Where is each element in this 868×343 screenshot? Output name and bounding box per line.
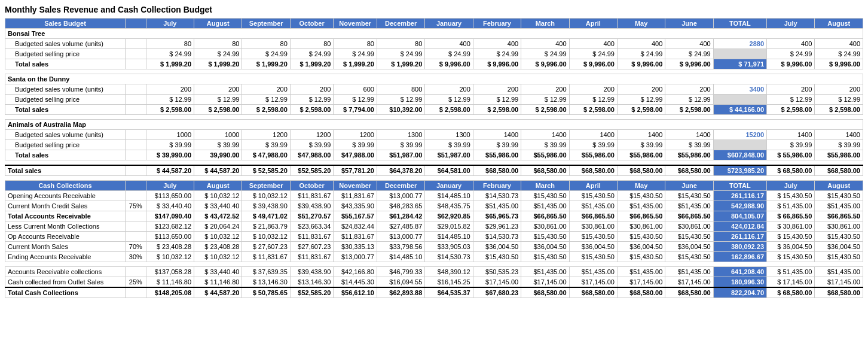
bonsai-price-dec: $ 24.99	[377, 49, 424, 59]
bonsai-ts-jun: $ 9,996.00	[665, 59, 713, 69]
section-bonsai: Bonsai Tree	[5, 29, 863, 39]
bonsai-vol-jul: 80	[146, 39, 194, 49]
cc-total-cash-row: Total Cash Collections $148,205.08 $ 44,…	[5, 287, 863, 298]
grand-total-sales-row: Total sales $ 44,587.20 $ 44,587.20 $ 52…	[5, 165, 863, 176]
animals-price-row: Budgeted selling price $ 39.99 $ 39.99 $…	[5, 140, 863, 150]
month-jul2-header: July	[767, 19, 815, 29]
bonsai-ts-jul: $ 1,999.20	[146, 59, 194, 69]
bonsai-ts-total: $ 71,971	[713, 59, 766, 69]
bonsai-ts-apr: $ 9,996.00	[569, 59, 617, 69]
month-dec-header: December	[377, 19, 424, 29]
cash-label: Cash Collections	[5, 180, 126, 190]
bonsai-ts-mar: $ 9,996.00	[521, 59, 569, 69]
santa-price-row: Budgeted selling price $ 12.99 $ 12.99 $…	[5, 95, 863, 105]
bonsai-price-label: Budgeted selling price	[5, 49, 126, 59]
bonsai-ts-oct: $ 1,999.20	[290, 59, 334, 69]
bonsai-ts-aug: $ 1,999.20	[194, 59, 242, 69]
bonsai-ts-jul2: $ 9,996.00	[767, 59, 815, 69]
sales-budget-label: Sales Budget	[5, 19, 126, 29]
bonsai-volume-row: Budgeted sales volume (units) 80 80 80 8…	[5, 39, 863, 49]
month-feb-header: February	[473, 19, 521, 29]
cc-credit-row: Current Month Credit Sales 75% $ 33,440.…	[5, 201, 863, 211]
animals-title: Animals of Australia Map	[5, 120, 863, 130]
bonsai-ts-jan: $ 9,996.00	[425, 59, 473, 69]
month-apr-header: April	[569, 19, 617, 29]
spacer-5	[5, 262, 863, 266]
cc-ending-ar-row: Ending Accounts Receivable 30% $ 10,032.…	[5, 251, 863, 262]
spacer-1	[5, 69, 863, 74]
bonsai-title: Bonsai Tree	[5, 29, 863, 39]
bonsai-ts-nov: $ 1,999.20	[334, 59, 377, 69]
bonsai-vol-total: 2880	[713, 39, 766, 49]
spacer-3	[5, 160, 863, 165]
month-oct-header: October	[290, 19, 334, 29]
cc-ar-collections-row: Accounts Receivable collections $137,058…	[5, 266, 863, 277]
bonsai-ts-may: $ 9,996.00	[617, 59, 665, 69]
month-aug2-header: August	[815, 19, 863, 29]
bonsai-totalsales-row: Total sales $ 1,999.20 $ 1,999.20 $ 1,99…	[5, 59, 863, 69]
section-santa: Santa on the Dunny	[5, 74, 863, 84]
cc-opening-row: Opening Accounts Receivable $113,650.00 …	[5, 190, 863, 201]
month-may-header: May	[617, 19, 665, 29]
bonsai-price-jul: $ 24.99	[146, 49, 194, 59]
bonsai-price-aug2: $ 24.99	[815, 49, 863, 59]
bonsai-price-mar: $ 24.99	[521, 49, 569, 59]
bonsai-ts-aug2: $ 9,996.00	[815, 59, 863, 69]
bonsai-price-feb: $ 24.99	[473, 49, 521, 59]
animals-volume-row: Budgeted sales volume (units) 1000 1000 …	[5, 130, 863, 140]
bonsai-vol-oct: 80	[290, 39, 334, 49]
total-header: TOTAL	[713, 19, 766, 29]
spacer-4	[5, 175, 863, 180]
cc-outlet-row: Cash collected from Outlet Sales 25% $ 1…	[5, 277, 863, 287]
pct-col-header	[126, 19, 146, 29]
bonsai-vol-feb: 400	[473, 39, 521, 49]
bonsai-price-total	[713, 49, 766, 59]
bonsai-price-may: $ 24.99	[617, 49, 665, 59]
bonsai-vol-sep: 80	[242, 39, 290, 49]
bonsai-ts-dec: $ 1,999.20	[377, 59, 424, 69]
cc-current-sales-row: Current Month Sales 70% $ 23,408.28 $ 23…	[5, 241, 863, 251]
month-jun-header: June	[665, 19, 713, 29]
bonsai-price-nov: $ 24.99	[334, 49, 377, 59]
bonsai-totalsales-label: Total sales	[5, 59, 126, 69]
bonsai-vol-may: 400	[617, 39, 665, 49]
bonsai-price-apr: $ 24.99	[569, 49, 617, 59]
section-animals: Animals of Australia Map	[5, 120, 863, 130]
santa-volume-row: Budgeted sales volume (units) 200 200 20…	[5, 84, 863, 95]
spacer-2	[5, 115, 863, 120]
month-aug-header: August	[194, 19, 242, 29]
santa-totalsales-row: Total sales $ 2,598.00 $ 2,598.00 $ 2,59…	[5, 105, 863, 115]
month-nov-header: November	[334, 19, 377, 29]
santa-title: Santa on the Dunny	[5, 74, 863, 84]
month-sep-header: September	[242, 19, 290, 29]
cash-collections-header: Cash Collections July August September O…	[5, 180, 863, 190]
month-jan-header: January	[425, 19, 473, 29]
bonsai-vol-aug2: 400	[815, 39, 863, 49]
month-jul-header: July	[146, 19, 194, 29]
bonsai-vol-jan: 400	[425, 39, 473, 49]
bonsai-price-sep: $ 24.99	[242, 49, 290, 59]
sales-budget-table: Sales Budget July August September Octob…	[5, 18, 863, 298]
bonsai-price-oct: $ 24.99	[290, 49, 334, 59]
bonsai-vol-jun: 400	[665, 39, 713, 49]
month-mar-header: March	[521, 19, 569, 29]
bonsai-vol-jul2: 400	[767, 39, 815, 49]
santa-volume-label: Budgeted sales volume (units)	[5, 84, 126, 95]
cc-total-ar-row: Total Accounts Receivable $147,090.40 $ …	[5, 211, 863, 221]
bonsai-price-jun: $ 24.99	[665, 49, 713, 59]
bonsai-price-jan: $ 24.99	[425, 49, 473, 59]
cc-less-row: Less Current Month Collections $123,682.…	[5, 221, 863, 231]
bonsai-vol-apr: 400	[569, 39, 617, 49]
bonsai-vol-dec: 80	[377, 39, 424, 49]
cc-op-ar-row: Op Accounts Receivable $113,650.00 $ 10,…	[5, 231, 863, 241]
bonsai-ts-sep: $ 1,999.20	[242, 59, 290, 69]
bonsai-ts-feb: $ 9,996.00	[473, 59, 521, 69]
bonsai-vol-nov: 80	[334, 39, 377, 49]
bonsai-price-aug: $ 24.99	[194, 49, 242, 59]
page-title: Monthly Sales Revenue and Cash Collectio…	[5, 5, 863, 14]
bonsai-vol-mar: 400	[521, 39, 569, 49]
bonsai-volume-label: Budgeted sales volume (units)	[5, 39, 126, 49]
bonsai-price-jul2: $ 24.99	[767, 49, 815, 59]
sales-budget-header: Sales Budget July August September Octob…	[5, 19, 863, 29]
bonsai-vol-aug: 80	[194, 39, 242, 49]
